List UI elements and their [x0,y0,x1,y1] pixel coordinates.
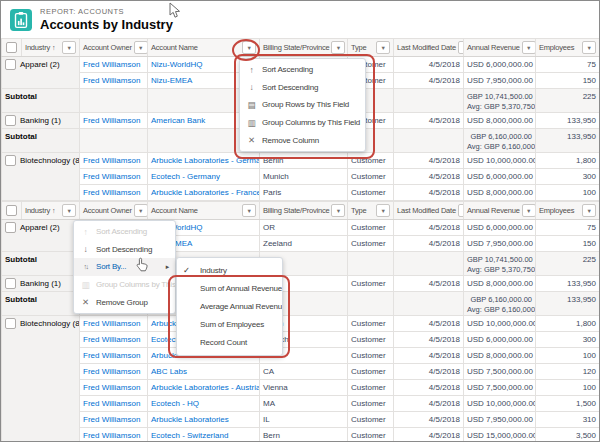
cell-account-name: ABC Labs [148,364,260,380]
type-column-dropdown-button[interactable]: ▼ [376,41,390,54]
select-all-checkbox[interactable] [6,205,17,216]
menu-item-sum-of-annual-revenue[interactable]: Sum of Annual Revenue [177,279,282,297]
menu-item-remove-column[interactable]: ✕Remove Column [240,131,365,149]
account-owner-link[interactable]: Fred Williamson [83,415,140,424]
industry-column-dropdown-button[interactable]: ▼ [62,41,76,54]
cell-account-owner: Fred Williamson [80,396,148,412]
column-header-modified[interactable]: Last Modified Date▼ [394,39,464,57]
cell-date: 4/5/2018 [394,348,464,364]
menu-item-industry[interactable]: ✓Industry [177,261,282,279]
type-column-dropdown-button[interactable]: ▼ [376,204,390,217]
owner-column-dropdown-button[interactable]: ▼ [134,204,148,217]
modified-column-dropdown-button[interactable]: ▼ [458,41,464,54]
cell-type: Customer [348,276,394,292]
column-header-modified[interactable]: Last Modified Date▼ [394,202,464,220]
column-header-select[interactable] [2,39,22,57]
account-name-link[interactable]: Ecotech - HQ [151,399,199,408]
account-name-link[interactable]: Arbuckle Laboratories - France [151,188,260,197]
account-name-link[interactable]: American Bank [151,116,205,125]
revenue-column-dropdown-button[interactable]: ▼ [522,204,536,217]
column-label-employees: Employees [539,206,574,215]
column-header-owner[interactable]: Account Owner▼ [80,202,148,220]
column-header-billing[interactable]: Billing State/Province▼ [260,202,348,220]
remove-icon: ✕ [246,135,257,145]
revenue-column-dropdown-button[interactable]: ▼ [522,41,536,54]
menu-item-average-annual-revenue[interactable]: Average Annual Revenue [177,297,282,315]
cell-date: 4/5/2018 [394,276,464,292]
column-header-revenue[interactable]: Annual Revenue▼ [464,202,536,220]
column-header-type[interactable]: Type▼ [348,39,394,57]
menu-item-label: Sort Descending [96,245,152,254]
cell-account-name: Arbuckle Laboratories - France [148,185,260,201]
group-checkbox[interactable] [5,318,16,329]
account-owner-link[interactable]: Fred Williamson [83,351,140,360]
name-column-dropdown-button[interactable]: ▼ [242,41,256,54]
menu-item-sort-ascending[interactable]: ↑Sort Ascending [240,61,365,79]
column-header-billing[interactable]: Billing State/Province▼ [260,39,348,57]
account-owner-link[interactable]: Fred Williamson [83,188,140,197]
cell-type: Customer [348,236,394,252]
report-window: REPORT: ACCOUNTS Accounts by Industry In… [0,0,600,442]
menu-item-sort-descending[interactable]: ↓Sort Descending [240,79,365,97]
column-header-name[interactable]: Account Name▼ [148,202,260,220]
subtotal-label: Subtotal [2,252,80,276]
menu-item-sort-by[interactable]: ↑↓Sort By...▸ [74,258,175,276]
cell-account-owner: Fred Williamson [80,316,148,332]
group-checkbox[interactable] [5,115,16,126]
account-owner-link[interactable]: Fred Williamson [83,319,140,328]
account-owner-link[interactable]: Fred Williamson [83,172,140,181]
group-checkbox[interactable] [5,59,16,70]
account-name-link[interactable]: Arbuckle Laboratories - Germany [151,156,260,165]
modified-column-dropdown-button[interactable]: ▼ [458,204,464,217]
account-name-link[interactable]: Nizu-EMEA [151,76,192,85]
menu-item-sum-of-employees[interactable]: Sum of Employees [177,316,282,334]
group-checkbox[interactable] [5,278,16,289]
menu-item-remove-group[interactable]: ✕Remove Group [74,293,175,311]
account-owner-link[interactable]: Fred Williamson [83,335,140,344]
industry-column-dropdown-button[interactable]: ▼ [62,204,76,217]
column-header-select[interactable] [2,202,22,220]
owner-column-dropdown-button[interactable]: ▼ [134,41,148,54]
column-header-revenue[interactable]: Annual Revenue▼ [464,39,536,57]
menu-item-group-columns-by-this-field[interactable]: ▥Group Columns by This Field [240,114,365,132]
group-checkbox[interactable] [5,222,16,233]
subtotal-revenue-avg: Avg: GBP 5,370,750.00 [467,102,532,112]
group-checkbox[interactable] [5,155,16,166]
account-owner-link[interactable]: Fred Williamson [83,383,140,392]
billing-column-dropdown-button[interactable]: ▼ [331,204,345,217]
account-owner-link[interactable]: Fred Williamson [83,116,140,125]
select-all-checkbox[interactable] [6,42,17,53]
subtotal-revenue-avg: Avg: GBP 5,370,750.00 [467,265,532,275]
subtotal-empty-cell [80,89,148,113]
account-name-link[interactable]: ABC Labs [151,367,187,376]
column-header-owner[interactable]: Account Owner▼ [80,39,148,57]
account-owner-link[interactable]: Fred Williamson [83,76,140,85]
cell-date: 4/5/2018 [394,153,464,169]
employees-column-dropdown-button[interactable]: ▼ [582,204,596,217]
account-name-link[interactable]: Ecotech - Germany [151,172,220,181]
employees-column-dropdown-button[interactable]: ▼ [582,41,596,54]
account-owner-link[interactable]: Fred Williamson [83,60,140,69]
account-owner-link[interactable]: Fred Williamson [83,156,140,165]
menu-item-record-count[interactable]: Record Count [177,334,282,352]
column-header-industry[interactable]: Industry↑▼ [22,39,80,57]
cell-revenue: USD 7,950,000.00 [464,412,536,428]
account-name-link[interactable]: Ecotech - Switzerland [151,431,228,440]
name-column-dropdown-button[interactable]: ▼ [242,204,256,217]
billing-column-dropdown-button[interactable]: ▼ [331,41,345,54]
account-name-link[interactable]: Nizu-WorldHQ [151,60,202,69]
account-name-link[interactable]: Arbuckle Laboratories [151,415,229,424]
account-name-link[interactable]: Arbuckle Laboratories - Austria [151,383,260,392]
column-header-name[interactable]: Account Name▼ [148,39,260,57]
column-header-type[interactable]: Type▼ [348,202,394,220]
menu-item-sort-descending[interactable]: ↓Sort Descending [74,241,175,259]
account-owner-link[interactable]: Fred Williamson [83,399,140,408]
column-header-employees[interactable]: Employees▼ [536,202,600,220]
account-owner-link[interactable]: Fred Williamson [83,367,140,376]
column-header-industry[interactable]: Industry↑▼ [22,202,80,220]
column-header-employees[interactable]: Employees▼ [536,39,600,57]
menu-item-group-rows-by-this-field[interactable]: ▤Group Rows by This Field [240,96,365,114]
table-row: Fred WilliamsonEcotech - SwitzerlandBern… [2,428,600,442]
account-owner-link[interactable]: Fred Williamson [83,431,140,440]
cell-date: 4/5/2018 [394,169,464,185]
